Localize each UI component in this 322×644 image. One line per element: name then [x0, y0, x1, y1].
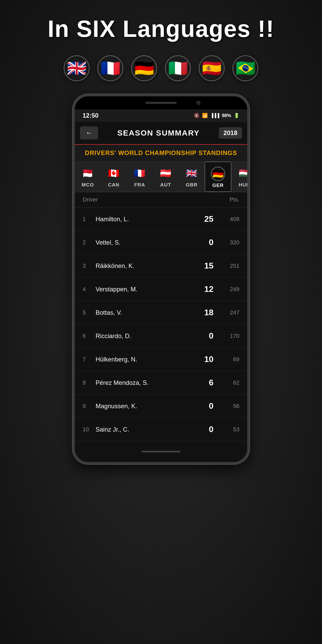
row-race-pts-7: 10 — [200, 354, 221, 364]
table-row: 8 Pérez Mendoza, S. 6 62 — [75, 371, 247, 394]
row-driver-10: Sainz Jr., C. — [93, 426, 200, 433]
row-race-pts-8: 6 — [200, 378, 221, 387]
table-header-row: Driver Pts. — [75, 192, 247, 207]
flag-english[interactable]: 🇬🇧 — [64, 55, 90, 81]
race-code-mco: MCO — [82, 182, 94, 188]
back-button[interactable]: ← — [80, 126, 98, 139]
row-total-pts-2: 320 — [221, 239, 239, 246]
table-row: 5 Bottas, V. 18 247 — [75, 301, 247, 324]
standings-table: Driver Pts. 1 Hamilton, L. 25 408 2 Vett… — [75, 192, 247, 441]
race-item-mco[interactable]: 🇲🇨 MCO — [75, 162, 101, 192]
row-driver-6: Ricciardo, D. — [93, 332, 200, 340]
row-pos-6: 6 — [83, 333, 93, 339]
row-race-pts-9: 0 — [200, 401, 221, 411]
phone-top-bar — [75, 96, 247, 109]
phone-bottom — [75, 441, 247, 462]
row-pos-10: 10 — [83, 426, 93, 433]
phone-screen: 12:50 🔇 📶 ▐▐▐ 98% 🔋 ← SEASON SUMMARY 201… — [75, 109, 247, 441]
race-item-hun[interactable]: 🇭🇺 HUN — [231, 162, 247, 192]
race-code-aut: AUT — [160, 182, 171, 188]
wifi-icon: 📶 — [202, 113, 208, 118]
col-driver-label: Driver — [83, 196, 98, 203]
row-driver-9: Magnussen, K. — [93, 403, 200, 410]
row-driver-4: Verstappen, M. — [93, 286, 200, 293]
race-code-ger: GER — [212, 183, 224, 188]
table-row: 9 Magnussen, K. 0 56 — [75, 394, 247, 418]
status-time: 12:50 — [83, 112, 98, 119]
row-pos-5: 5 — [83, 309, 93, 316]
year-badge[interactable]: 2018 — [219, 127, 242, 139]
row-driver-7: Hülkenberg, N. — [93, 356, 200, 363]
row-race-pts-10: 0 — [200, 425, 221, 434]
language-flags-row: 🇬🇧 🇫🇷 🇩🇪 🇮🇹 🇪🇸 🇧🇷 — [64, 50, 258, 94]
race-item-fra[interactable]: 🇫🇷 FRA — [127, 162, 153, 192]
row-pos-9: 9 — [83, 403, 93, 410]
row-race-pts-4: 12 — [200, 284, 221, 294]
race-flag-hun: 🇭🇺 — [237, 166, 247, 180]
row-driver-3: Räikkönen, K. — [93, 262, 200, 270]
home-indicator[interactable] — [142, 451, 180, 452]
battery-icon: 🔋 — [234, 113, 239, 118]
table-row: 4 Verstappen, M. 12 249 — [75, 278, 247, 301]
row-pos-3: 3 — [83, 263, 93, 269]
app-title: SEASON SUMMARY — [117, 129, 200, 137]
row-pos-8: 8 — [83, 379, 93, 386]
status-bar: 12:50 🔇 📶 ▐▐▐ 98% 🔋 — [75, 109, 247, 122]
row-total-pts-8: 62 — [221, 379, 239, 386]
row-race-pts-2: 0 — [200, 238, 221, 247]
race-item-ger[interactable]: 🇩🇪 GER — [205, 162, 231, 192]
table-row: 10 Sainz Jr., C. 0 53 — [75, 418, 247, 441]
row-total-pts-10: 53 — [221, 426, 239, 433]
table-row: 2 Vettel, S. 0 320 — [75, 231, 247, 254]
race-item-gbr[interactable]: 🇬🇧 GBR — [179, 162, 205, 192]
status-icons: 🔇 📶 ▐▐▐ 98% 🔋 — [194, 113, 239, 118]
flag-spanish[interactable]: 🇪🇸 — [199, 55, 225, 81]
phone-camera — [196, 101, 200, 105]
phone-frame: 12:50 🔇 📶 ▐▐▐ 98% 🔋 ← SEASON SUMMARY 201… — [73, 94, 249, 464]
race-flag-can: 🇨🇦 — [107, 166, 121, 180]
row-pos-7: 7 — [83, 356, 93, 363]
row-total-pts-5: 247 — [221, 309, 239, 316]
row-driver-5: Bottas, V. — [93, 309, 200, 316]
row-total-pts-6: 170 — [221, 333, 239, 339]
row-total-pts-9: 56 — [221, 403, 239, 410]
race-flag-fra: 🇫🇷 — [133, 166, 147, 180]
row-total-pts-4: 249 — [221, 286, 239, 293]
row-race-pts-3: 15 — [200, 261, 221, 271]
race-code-fra: FRA — [134, 182, 145, 188]
mute-icon: 🔇 — [194, 113, 199, 118]
flag-portuguese[interactable]: 🇧🇷 — [232, 55, 258, 81]
race-item-can[interactable]: 🇨🇦 CAN — [101, 162, 127, 192]
table-row: 7 Hülkenberg, N. 10 69 — [75, 348, 247, 371]
row-race-pts-1: 25 — [200, 214, 221, 224]
table-row: 6 Ricciardo, D. 0 170 — [75, 324, 247, 348]
race-code-gbr: GBR — [186, 182, 197, 188]
page-wrapper: In SIX Languages !! 🇬🇧 🇫🇷 🇩🇪 🇮🇹 🇪🇸 🇧🇷 12… — [0, 0, 322, 464]
col-pts-label: Pts. — [230, 196, 239, 203]
row-pos-1: 1 — [83, 216, 93, 223]
flag-german[interactable]: 🇩🇪 — [131, 55, 157, 81]
signal-icon: ▐▐▐ — [210, 113, 219, 118]
table-row: 3 Räikkönen, K. 15 251 — [75, 254, 247, 278]
row-driver-8: Pérez Mendoza, S. — [93, 379, 200, 386]
row-race-pts-6: 0 — [200, 331, 221, 341]
top-header-section: In SIX Languages !! — [0, 0, 322, 50]
active-arrow — [216, 191, 220, 192]
race-item-aut[interactable]: 🇦🇹 AUT — [153, 162, 179, 192]
race-selector: 🇲🇨 MCO 🇨🇦 CAN 🇫🇷 FRA 🇦🇹 AUT 🇬🇧 — [75, 162, 247, 192]
championship-bar: DRIVERS' WORLD CHAMPIONSHIP STANDINGS — [75, 145, 247, 162]
race-flag-gbr: 🇬🇧 — [185, 166, 199, 180]
row-driver-1: Hamilton, L. — [93, 216, 200, 223]
table-row: 1 Hamilton, L. 25 408 — [75, 207, 247, 231]
row-race-pts-5: 18 — [200, 308, 221, 317]
flag-italian[interactable]: 🇮🇹 — [165, 55, 191, 81]
row-total-pts-3: 251 — [221, 263, 239, 269]
race-flag-mco: 🇲🇨 — [81, 166, 95, 180]
row-pos-4: 4 — [83, 286, 93, 293]
row-pos-2: 2 — [83, 239, 93, 246]
row-total-pts-1: 408 — [221, 216, 239, 223]
row-driver-2: Vettel, S. — [93, 239, 200, 246]
flag-french[interactable]: 🇫🇷 — [97, 55, 123, 81]
race-code-hun: HUN — [239, 182, 247, 188]
race-code-can: CAN — [108, 182, 119, 188]
